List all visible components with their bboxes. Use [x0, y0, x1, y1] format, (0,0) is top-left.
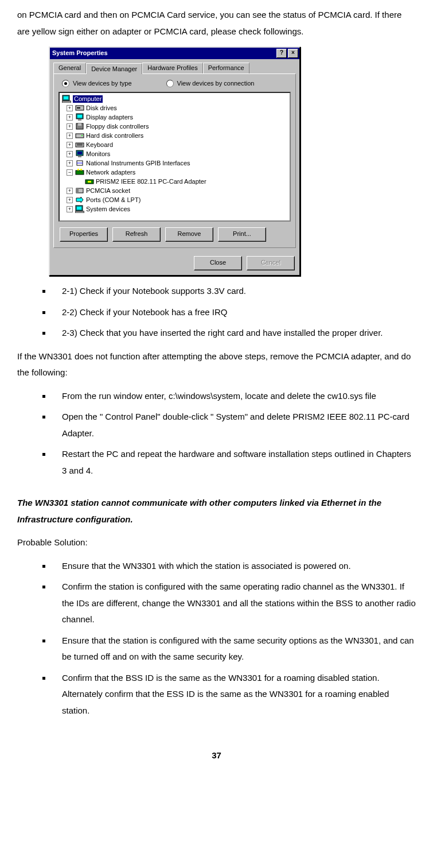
computer-icon	[62, 95, 71, 103]
list-item: 2-1) Check if your Notebook supports 3.3…	[52, 283, 416, 300]
svg-point-11	[81, 135, 83, 136]
checklist-c: Ensure that the WN3301 with which the st…	[17, 558, 416, 719]
tab-hardware-profiles[interactable]: Hardware Profiles	[142, 63, 202, 73]
list-item: Ensure that the WN3301 with which the st…	[52, 558, 416, 575]
svg-rect-24	[88, 181, 91, 183]
expand-icon[interactable]: +	[67, 151, 73, 157]
collapse-icon[interactable]: −	[67, 169, 73, 176]
list-item: Ensure that the station is configured wi…	[52, 633, 416, 665]
checklist-a: 2-1) Check if your Notebook supports 3.3…	[17, 283, 416, 342]
radio-dot-icon	[62, 80, 69, 87]
expand-icon[interactable]: +	[67, 133, 73, 139]
svg-rect-16	[77, 152, 82, 154]
properties-button[interactable]: Properties	[60, 227, 108, 242]
svg-rect-9	[78, 123, 81, 126]
expand-icon[interactable]: +	[67, 206, 73, 212]
radio-dot-icon	[166, 80, 174, 87]
svg-rect-26	[76, 188, 79, 193]
expand-icon[interactable]: +	[67, 160, 73, 166]
checklist-b: From the run window enter, c:\windows\sy…	[17, 388, 416, 479]
tree-item[interactable]: +Keyboard	[61, 140, 288, 149]
tab-strip: General Device Manager Hardware Profiles…	[50, 59, 299, 73]
svg-rect-29	[75, 211, 84, 213]
system-icon	[75, 205, 84, 213]
dialog-titlebar: System Properties ? ×	[50, 48, 299, 59]
svg-rect-1	[64, 96, 68, 99]
tab-device-manager[interactable]: Device Manager	[86, 63, 142, 74]
tree-root-label: Computer	[73, 95, 103, 103]
network-icon	[75, 168, 84, 176]
tree-item[interactable]: +PCMCIA socket	[61, 186, 288, 195]
monitor-icon	[75, 150, 84, 158]
tab-page: View devices by type View devices by con…	[53, 73, 296, 248]
tree-item[interactable]: +Floppy disk controllers	[61, 122, 288, 131]
svg-rect-6	[77, 115, 82, 118]
tree-root[interactable]: Computer	[61, 94, 288, 103]
list-item: From the run window enter, c:\windows\sy…	[52, 388, 416, 405]
svg-rect-28	[77, 207, 81, 210]
expand-icon[interactable]: +	[67, 105, 73, 111]
svg-rect-17	[78, 156, 81, 157]
intro-paragraph: on PCMCIA card and then on PCMCIA Card s…	[17, 7, 416, 40]
expand-icon[interactable]: +	[67, 123, 73, 130]
mid-paragraph: If the WN3301 does not function after at…	[17, 348, 416, 381]
close-icon[interactable]: ×	[288, 49, 298, 58]
list-item: Confirm that the BSS ID is the same as t…	[52, 670, 416, 719]
tab-performance[interactable]: Performance	[203, 63, 249, 73]
tab-general[interactable]: General	[53, 63, 86, 73]
svg-rect-22	[80, 169, 82, 170]
cancel-button: Cancel	[247, 256, 295, 270]
tree-item[interactable]: +Ports (COM & LPT)	[61, 195, 288, 204]
tree-item[interactable]: +System devices	[61, 204, 288, 214]
ports-icon	[75, 196, 84, 204]
screenshot-figure: System Properties ? × General Device Man…	[49, 46, 416, 276]
svg-rect-21	[77, 169, 79, 170]
tree-item-network[interactable]: −Network adapters	[61, 168, 288, 177]
keyboard-icon	[75, 141, 84, 149]
list-item: Confirm the station is configured with t…	[52, 579, 416, 628]
print-button[interactable]: Print...	[218, 227, 266, 242]
dialog-title: System Properties	[52, 49, 275, 57]
display-icon	[75, 113, 84, 121]
svg-rect-10	[76, 134, 84, 138]
device-tree[interactable]: Computer +Disk drives +Display adapters …	[58, 92, 291, 222]
section-heading: The WN3301 station cannot communicate wi…	[17, 495, 416, 528]
page-number: 37	[17, 747, 416, 764]
floppy-icon	[75, 122, 84, 130]
probable-solution-label: Probable Solution:	[17, 534, 416, 551]
tree-item[interactable]: +Disk drives	[61, 103, 288, 113]
expand-icon[interactable]: +	[67, 188, 73, 194]
svg-rect-7	[78, 119, 81, 121]
list-item: Open the " Control Panel" double-click "…	[52, 409, 416, 441]
list-item: Restart the PC and repeat the hardware a…	[52, 446, 416, 479]
svg-rect-20	[76, 170, 84, 175]
help-button[interactable]: ?	[276, 49, 287, 58]
expand-icon[interactable]: +	[67, 197, 73, 203]
list-item: 2-2) Check if your Notebook has a free I…	[52, 304, 416, 321]
adapter-icon	[85, 177, 94, 185]
tree-item[interactable]: +Monitors	[61, 149, 288, 158]
tree-item[interactable]: +Display adapters	[61, 113, 288, 122]
radio-view-by-type[interactable]: View devices by type	[62, 80, 132, 87]
radio-view-by-connection[interactable]: View devices by connection	[166, 80, 255, 87]
hdd-icon	[75, 131, 84, 140]
tree-item[interactable]: +National Instruments GPIB Interfaces	[61, 158, 288, 168]
remove-button[interactable]: Remove	[165, 227, 213, 242]
tree-item[interactable]: +Hard disk controllers	[61, 131, 288, 140]
expand-icon[interactable]: +	[67, 114, 73, 121]
disk-icon	[75, 104, 84, 112]
tree-item-prism-adapter[interactable]: PRISM2 IEEE 802.11 PC-Card Adapter	[61, 177, 288, 186]
svg-rect-2	[62, 101, 71, 103]
expand-icon[interactable]: +	[67, 142, 73, 148]
list-item: 2-3) Check that you have inserted the ri…	[52, 325, 416, 342]
radio-label: View devices by connection	[177, 80, 255, 87]
refresh-button[interactable]: Refresh	[112, 227, 161, 242]
gpib-icon	[75, 159, 84, 167]
pcmcia-icon	[75, 187, 84, 195]
svg-rect-4	[77, 107, 80, 108]
close-button[interactable]: Close	[194, 256, 242, 270]
radio-label: View devices by type	[73, 80, 132, 87]
system-properties-dialog: System Properties ? × General Device Man…	[49, 46, 301, 276]
